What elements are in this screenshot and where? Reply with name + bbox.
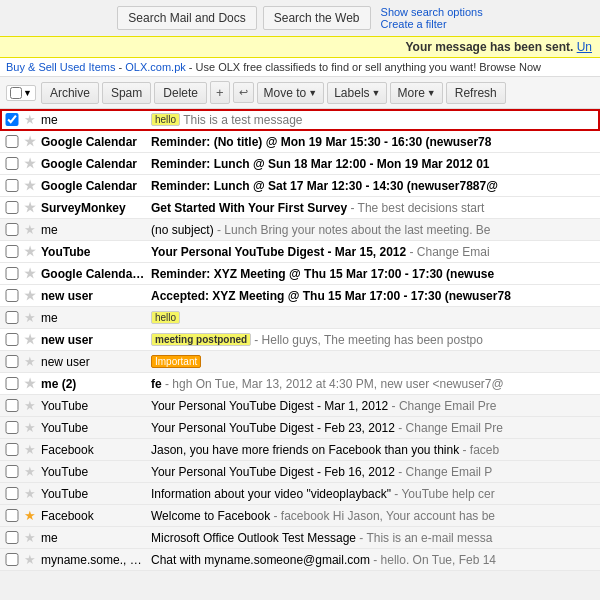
create-filter-link[interactable]: Create a filter bbox=[381, 18, 447, 30]
email-row[interactable]: ★me (2)fe - hgh On Tue, Mar 13, 2012 at … bbox=[0, 373, 600, 395]
email-row[interactable]: ★YouTubeYour Personal YouTube Digest - F… bbox=[0, 461, 600, 483]
email-subject: This is a test message bbox=[183, 113, 596, 127]
select-all-chevron[interactable]: ▼ bbox=[23, 88, 32, 98]
search-mail-docs-button[interactable]: Search Mail and Docs bbox=[117, 6, 256, 30]
row-checkbox[interactable] bbox=[4, 289, 20, 302]
star-icon[interactable]: ★ bbox=[22, 530, 38, 545]
label-tag[interactable]: hello bbox=[151, 311, 180, 324]
subject-text: Chat with myname.someone@gmail.com bbox=[151, 553, 370, 567]
email-row[interactable]: ★YouTubeYour Personal YouTube Digest - F… bbox=[0, 417, 600, 439]
ad-link[interactable]: Buy & Sell Used Items bbox=[6, 61, 115, 73]
more-dropdown[interactable]: More ▼ bbox=[390, 82, 442, 104]
row-checkbox[interactable] bbox=[4, 135, 20, 148]
star-icon[interactable]: ★ bbox=[22, 134, 38, 149]
star-icon[interactable]: ★ bbox=[22, 508, 38, 523]
spam-button[interactable]: Spam bbox=[102, 82, 151, 104]
select-all-input[interactable] bbox=[10, 87, 22, 99]
archive-button[interactable]: Archive bbox=[41, 82, 99, 104]
undo-link[interactable]: Un bbox=[577, 40, 592, 54]
email-row[interactable]: ★meMicrosoft Office Outlook Test Message… bbox=[0, 527, 600, 549]
star-icon[interactable]: ★ bbox=[22, 354, 38, 369]
email-row[interactable]: ★FacebookWelcome to Facebook - facebook … bbox=[0, 505, 600, 527]
row-checkbox[interactable] bbox=[4, 201, 20, 214]
move-folder-icon-button[interactable]: + bbox=[210, 81, 230, 104]
delete-button[interactable]: Delete bbox=[154, 82, 207, 104]
star-icon[interactable]: ★ bbox=[22, 464, 38, 479]
email-row[interactable]: ★new usermeeting postponed - Hello guys,… bbox=[0, 329, 600, 351]
sender-name: YouTube bbox=[41, 465, 151, 479]
subject-text: Reminder: Lunch @ Sun 18 Mar 12:00 - Mon… bbox=[151, 157, 489, 171]
email-row[interactable]: ★Google CalendarReminder: Lunch @ Sat 17… bbox=[0, 175, 600, 197]
row-checkbox[interactable] bbox=[4, 421, 20, 434]
label-tag[interactable]: hello bbox=[151, 113, 180, 126]
row-checkbox[interactable] bbox=[4, 267, 20, 280]
sender-name: me bbox=[41, 531, 151, 545]
row-checkbox[interactable] bbox=[4, 399, 20, 412]
labels-dropdown[interactable]: Labels ▼ bbox=[327, 82, 387, 104]
email-row[interactable]: ★YouTubeYour Personal YouTube Digest - M… bbox=[0, 241, 600, 263]
star-icon[interactable]: ★ bbox=[22, 266, 38, 281]
star-icon[interactable]: ★ bbox=[22, 222, 38, 237]
email-row[interactable]: ★mehello bbox=[0, 307, 600, 329]
search-web-button[interactable]: Search the Web bbox=[263, 6, 371, 30]
row-checkbox[interactable] bbox=[4, 553, 20, 566]
star-icon[interactable]: ★ bbox=[22, 398, 38, 413]
star-icon[interactable]: ★ bbox=[22, 486, 38, 501]
subject-text: Microsoft Office Outlook Test Message bbox=[151, 531, 356, 545]
star-icon[interactable]: ★ bbox=[22, 112, 38, 127]
email-row[interactable]: ★mehelloThis is a test message bbox=[0, 109, 600, 131]
ad-site-link[interactable]: OLX.com.pk bbox=[125, 61, 186, 73]
star-icon[interactable]: ★ bbox=[22, 288, 38, 303]
email-row[interactable]: ★Google CalendarReminder: Lunch @ Sun 18… bbox=[0, 153, 600, 175]
star-icon[interactable]: ★ bbox=[22, 420, 38, 435]
label-tag[interactable]: meeting postponed bbox=[151, 333, 251, 346]
email-row[interactable]: ★new userImportant bbox=[0, 351, 600, 373]
star-icon[interactable]: ★ bbox=[22, 156, 38, 171]
row-checkbox[interactable] bbox=[4, 311, 20, 324]
email-row[interactable]: ★YouTubeInformation about your video "vi… bbox=[0, 483, 600, 505]
row-checkbox[interactable] bbox=[4, 179, 20, 192]
email-subject: Your Personal YouTube Digest - Mar 15, 2… bbox=[151, 245, 596, 259]
row-checkbox[interactable] bbox=[4, 465, 20, 478]
star-icon[interactable]: ★ bbox=[22, 200, 38, 215]
row-checkbox[interactable] bbox=[4, 443, 20, 456]
sender-name: YouTube bbox=[41, 487, 151, 501]
refresh-button[interactable]: Refresh bbox=[446, 82, 506, 104]
email-subject: Accepted: XYZ Meeting @ Thu 15 Mar 17:00… bbox=[151, 289, 596, 303]
email-row[interactable]: ★new userAccepted: XYZ Meeting @ Thu 15 … bbox=[0, 285, 600, 307]
top-search-bar: Search Mail and Docs Search the Web Show… bbox=[0, 0, 600, 36]
email-row[interactable]: ★SurveyMonkeyGet Started With Your First… bbox=[0, 197, 600, 219]
email-row[interactable]: ★myname.some., new (2)Chat with myname.s… bbox=[0, 549, 600, 571]
move-to-dropdown[interactable]: Move to ▼ bbox=[257, 82, 325, 104]
row-checkbox[interactable] bbox=[4, 245, 20, 258]
snippet-text: - YouTube help cer bbox=[391, 487, 495, 501]
snippet-text: - The best decisions start bbox=[347, 201, 484, 215]
row-checkbox[interactable] bbox=[4, 157, 20, 170]
select-all-checkbox[interactable]: ▼ bbox=[6, 85, 36, 101]
row-checkbox[interactable] bbox=[4, 377, 20, 390]
tag-icon-button[interactable]: ↩ bbox=[233, 82, 254, 103]
sender-name: me bbox=[41, 223, 151, 237]
star-icon[interactable]: ★ bbox=[22, 442, 38, 457]
row-checkbox[interactable] bbox=[4, 487, 20, 500]
email-row[interactable]: ★me(no subject) - Lunch Bring your notes… bbox=[0, 219, 600, 241]
star-icon[interactable]: ★ bbox=[22, 178, 38, 193]
star-icon[interactable]: ★ bbox=[22, 376, 38, 391]
star-icon[interactable]: ★ bbox=[22, 244, 38, 259]
email-row[interactable]: ★Google CalendarReminder: (No title) @ M… bbox=[0, 131, 600, 153]
star-icon[interactable]: ★ bbox=[22, 552, 38, 567]
label-tag[interactable]: Important bbox=[151, 355, 201, 368]
row-checkbox[interactable] bbox=[4, 355, 20, 368]
star-icon[interactable]: ★ bbox=[22, 332, 38, 347]
row-checkbox[interactable] bbox=[4, 509, 20, 522]
row-checkbox[interactable] bbox=[4, 531, 20, 544]
email-row[interactable]: ★FacebookJason, you have more friends on… bbox=[0, 439, 600, 461]
row-checkbox[interactable] bbox=[4, 333, 20, 346]
email-row[interactable]: ★Google Calendar (2)Reminder: XYZ Meetin… bbox=[0, 263, 600, 285]
email-row[interactable]: ★YouTubeYour Personal YouTube Digest - M… bbox=[0, 395, 600, 417]
row-checkbox[interactable] bbox=[4, 113, 20, 126]
subject-text: Reminder: Lunch @ Sat 17 Mar 12:30 - 14:… bbox=[151, 179, 498, 193]
show-search-options-link[interactable]: Show search options bbox=[381, 6, 483, 18]
star-icon[interactable]: ★ bbox=[22, 310, 38, 325]
row-checkbox[interactable] bbox=[4, 223, 20, 236]
